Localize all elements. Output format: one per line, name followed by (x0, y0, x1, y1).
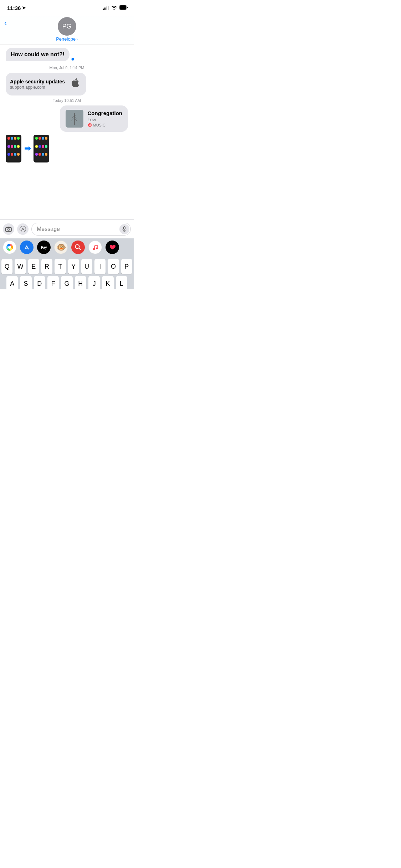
key-l[interactable]: L (116, 276, 127, 289)
key-u[interactable]: U (81, 259, 92, 274)
contact-name-arrow: › (76, 37, 78, 41)
battery-icon (119, 5, 128, 11)
key-t[interactable]: T (55, 259, 66, 274)
key-p[interactable]: P (121, 259, 132, 274)
svg-rect-1 (120, 6, 126, 9)
svg-point-16 (8, 246, 11, 249)
signal-bar-2 (104, 7, 106, 10)
phone-icon-1 (6, 135, 21, 162)
location-icon: ➤ (22, 5, 26, 10)
music-info: Congregation Low MUSIC (88, 110, 123, 127)
phone-icon-2 (34, 135, 49, 162)
key-j[interactable]: J (88, 276, 100, 289)
signal-bar-3 (106, 6, 107, 10)
message-input[interactable] (31, 223, 131, 236)
message-row-prev: How could we not?! ● (6, 48, 128, 63)
key-w[interactable]: W (15, 259, 26, 274)
bubble-prev: How could we not?! (6, 48, 70, 61)
iapp-applepay[interactable]: Pay (37, 241, 51, 254)
svg-line-4 (74, 116, 77, 118)
status-icons (103, 5, 128, 11)
contact-name[interactable]: Penelope › (56, 36, 78, 42)
svg-rect-12 (124, 227, 125, 230)
link-title: Apple security updates (10, 79, 65, 84)
iapp-favorites[interactable] (106, 241, 119, 254)
message-row-music: Congregation Low MUSIC (6, 105, 128, 132)
phone-screen-1 (7, 136, 20, 161)
signal-bar-1 (103, 9, 104, 10)
key-a[interactable]: A (6, 276, 18, 289)
key-r[interactable]: R (41, 259, 52, 274)
music-artist: Low (88, 117, 123, 122)
svg-line-3 (72, 115, 74, 118)
message-input-area (0, 219, 134, 238)
key-g[interactable]: G (61, 276, 72, 289)
phone-screen-2 (35, 136, 48, 161)
keyboard-row-1: Q W E R T Y U I O P (0, 256, 134, 274)
camera-button[interactable] (3, 223, 14, 235)
music-bubble[interactable]: Congregation Low MUSIC (60, 105, 128, 132)
key-f[interactable]: F (47, 276, 59, 289)
transfer-arrow: ➡ (24, 144, 31, 153)
link-preview-bubble[interactable]: Apple security updates support.apple.com (6, 73, 86, 95)
key-s[interactable]: S (20, 276, 31, 289)
iapp-music[interactable] (88, 241, 102, 254)
key-e[interactable]: E (28, 259, 39, 274)
phone-transfer-row: ➡ (6, 135, 128, 162)
timestamp-2: Today 10:51 AM (6, 98, 128, 103)
contact-name-text: Penelope (56, 36, 76, 42)
key-k[interactable]: K (102, 276, 113, 289)
key-h[interactable]: H (75, 276, 86, 289)
timestamp-1: Mon, Jul 9, 1:14 PM (6, 66, 128, 70)
status-bar: 11:36 ➤ (0, 0, 134, 16)
key-o[interactable]: O (108, 259, 119, 274)
message-row-link: Apple security updates support.apple.com (6, 73, 128, 95)
svg-line-18 (79, 248, 81, 250)
status-time: 11:36 ➤ (7, 5, 26, 11)
bubble-tail: ● (71, 55, 75, 63)
chat-area: How could we not?! ● Mon, Jul 9, 1:14 PM… (0, 45, 134, 219)
svg-line-7 (74, 114, 76, 116)
wifi-icon (111, 5, 117, 11)
iapps-row: Pay 🐵 (0, 238, 134, 256)
back-button[interactable]: ‹ (4, 19, 7, 28)
message-field-wrap (31, 223, 131, 236)
mic-button-input[interactable] (119, 224, 129, 234)
keyboard: Q W E R T Y U I O P A S D F G H J K L ⬆ … (0, 256, 134, 289)
signal-bars (103, 6, 109, 10)
svg-point-11 (20, 226, 26, 232)
key-q[interactable]: Q (1, 259, 12, 274)
svg-line-5 (71, 118, 74, 121)
prev-bubble-text: How could we not?! (11, 51, 65, 57)
link-bubble-content: Apple security updates support.apple.com (10, 79, 65, 90)
appstore-button[interactable] (17, 223, 29, 235)
music-service-label: MUSIC (88, 123, 123, 127)
key-y[interactable]: Y (68, 259, 79, 274)
phone-transfer-image: ➡ (6, 135, 49, 162)
svg-point-19 (93, 248, 95, 250)
key-i[interactable]: I (94, 259, 106, 274)
svg-rect-9 (6, 228, 12, 232)
avatar[interactable]: PG (58, 17, 76, 36)
key-d[interactable]: D (34, 276, 45, 289)
iapp-monkey[interactable]: 🐵 (54, 241, 68, 254)
applepay-label: Pay (41, 246, 47, 249)
time-display: 11:36 (7, 5, 21, 11)
svg-point-10 (7, 228, 10, 231)
iapp-appstore[interactable] (20, 241, 34, 254)
apple-logo-icon (69, 76, 82, 92)
iapp-photos[interactable] (3, 241, 16, 254)
signal-bar-4 (108, 6, 109, 10)
link-url: support.apple.com (10, 85, 65, 90)
svg-point-20 (96, 248, 98, 249)
music-title: Congregation (88, 110, 123, 116)
keyboard-row-2: A S D F G H J K L (0, 276, 134, 289)
iapp-search[interactable] (71, 241, 85, 254)
music-artwork (66, 110, 83, 128)
svg-line-6 (74, 119, 77, 121)
nav-header: ‹ PG Penelope › (0, 16, 134, 45)
